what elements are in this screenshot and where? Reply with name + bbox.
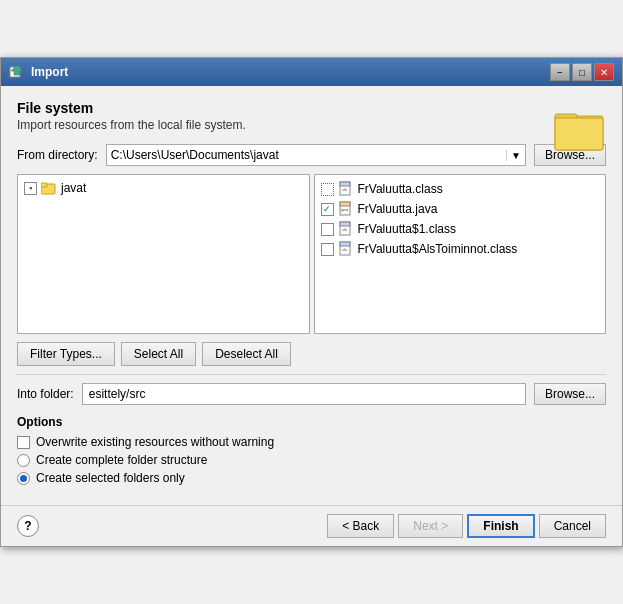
svg-text:cls: cls — [342, 227, 347, 232]
next-button[interactable]: Next > — [398, 514, 463, 538]
right-file-panel[interactable]: cls FrValuutta.class ✓ java FrValuutta.j… — [314, 174, 607, 334]
section-title: File system — [17, 100, 606, 116]
folder-checkbox[interactable]: ▪ — [24, 182, 37, 195]
overwrite-checkbox[interactable] — [17, 436, 30, 449]
finish-button[interactable]: Finish — [467, 514, 534, 538]
dialog-content: File system Import resources from the lo… — [1, 86, 622, 505]
minimize-button[interactable]: − — [550, 63, 570, 81]
actions-row: Filter Types... Select All Deselect All — [17, 342, 606, 366]
file-label-3: FrValuutta$AlsToiminnot.class — [358, 242, 518, 256]
folder-large-icon — [554, 108, 606, 152]
svg-rect-4 — [555, 118, 603, 150]
header-area: File system Import resources from the lo… — [17, 100, 606, 132]
file-checkbox-3[interactable] — [321, 243, 334, 256]
section-subtitle: Import resources from the local file sys… — [17, 118, 606, 132]
nav-buttons: < Back Next > Finish Cancel — [327, 514, 606, 538]
svg-text:cls: cls — [342, 247, 347, 252]
folder-decoration — [554, 108, 606, 155]
svg-text:cls: cls — [342, 187, 347, 192]
window-title: Import — [31, 65, 68, 79]
complete-folder-label: Create complete folder structure — [36, 453, 207, 467]
svg-text:java: java — [340, 207, 349, 212]
folder-icon — [41, 181, 57, 195]
file-checkbox-0[interactable] — [321, 183, 334, 196]
overwrite-option-row: Overwrite existing resources without war… — [17, 435, 606, 449]
class-file-icon-3: cls — [338, 241, 354, 257]
list-item[interactable]: cls FrValuutta$1.class — [319, 219, 602, 239]
svg-rect-14 — [340, 222, 350, 226]
options-section: Options Overwrite existing resources wit… — [17, 415, 606, 485]
from-directory-label: From directory: — [17, 148, 98, 162]
complete-folder-radio[interactable] — [17, 454, 30, 467]
directory-value: C:\Users\User\Documents\javat — [111, 148, 279, 162]
filter-types-button[interactable]: Filter Types... — [17, 342, 115, 366]
java-file-icon: java — [338, 201, 354, 217]
file-checkbox-1[interactable]: ✓ — [321, 203, 334, 216]
title-bar-left: Import — [9, 64, 68, 80]
svg-rect-17 — [340, 242, 350, 246]
into-folder-label: Into folder: — [17, 387, 74, 401]
selected-folders-radio[interactable] — [17, 472, 30, 485]
select-all-button[interactable]: Select All — [121, 342, 196, 366]
browse-folder-button[interactable]: Browse... — [534, 383, 606, 405]
directory-combo[interactable]: C:\Users\User\Documents\javat ▼ — [106, 144, 526, 166]
class-file-icon-2: cls — [338, 221, 354, 237]
file-label-2: FrValuutta$1.class — [358, 222, 457, 236]
import-icon — [9, 64, 25, 80]
file-label-1: FrValuutta.java — [358, 202, 438, 216]
complete-folder-option-row: Create complete folder structure — [17, 453, 606, 467]
combo-arrow-icon[interactable]: ▼ — [506, 150, 521, 161]
selected-folders-label: Create selected folders only — [36, 471, 185, 485]
left-file-panel[interactable]: ▪ javat — [17, 174, 310, 334]
file-panels: ▪ javat cls — [17, 174, 606, 334]
options-title: Options — [17, 415, 606, 429]
overwrite-label: Overwrite existing resources without war… — [36, 435, 274, 449]
selected-folders-option-row: Create selected folders only — [17, 471, 606, 485]
from-directory-row: From directory: C:\Users\User\Documents\… — [17, 144, 606, 166]
maximize-button[interactable]: □ — [572, 63, 592, 81]
import-dialog: Import − □ ✕ File system Import resource… — [0, 57, 623, 547]
into-folder-row: Into folder: Browse... — [17, 383, 606, 405]
help-button[interactable]: ? — [17, 515, 39, 537]
file-checkbox-2[interactable] — [321, 223, 334, 236]
cancel-button[interactable]: Cancel — [539, 514, 606, 538]
folder-label: javat — [61, 181, 86, 195]
list-item[interactable]: ▪ javat — [22, 179, 305, 197]
into-folder-input[interactable] — [82, 383, 526, 405]
back-button[interactable]: < Back — [327, 514, 394, 538]
title-controls: − □ ✕ — [550, 63, 614, 81]
title-bar: Import − □ ✕ — [1, 58, 622, 86]
divider-1 — [17, 374, 606, 375]
bottom-bar: ? < Back Next > Finish Cancel — [1, 505, 622, 546]
file-label-0: FrValuutta.class — [358, 182, 443, 196]
list-item[interactable]: cls FrValuutta$AlsToiminnot.class — [319, 239, 602, 259]
deselect-all-button[interactable]: Deselect All — [202, 342, 291, 366]
class-file-icon: cls — [338, 181, 354, 197]
close-button[interactable]: ✕ — [594, 63, 614, 81]
svg-rect-11 — [340, 202, 350, 206]
list-item[interactable]: cls FrValuutta.class — [319, 179, 602, 199]
list-item[interactable]: ✓ java FrValuutta.java — [319, 199, 602, 219]
svg-rect-6 — [41, 183, 47, 187]
svg-rect-8 — [340, 182, 350, 186]
